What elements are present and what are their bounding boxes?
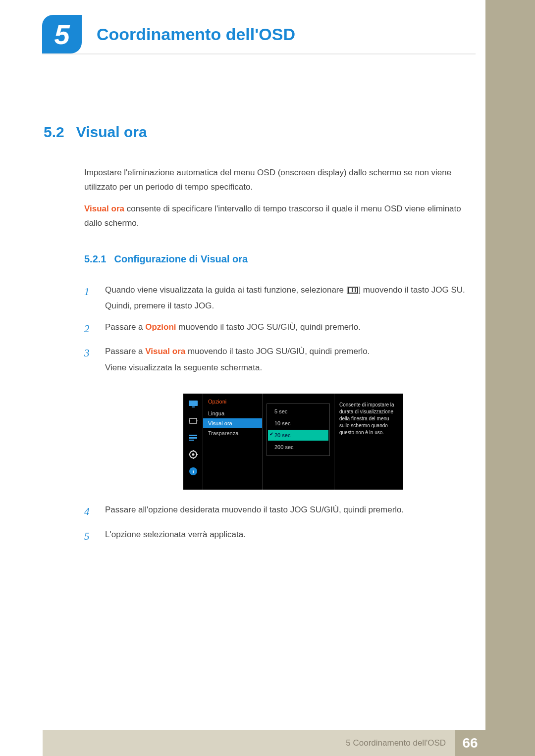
- intro-paragraph-1: Impostare l'eliminazione automatica del …: [84, 166, 471, 195]
- step-3-highlight: Visual ora: [145, 347, 185, 356]
- list-icon: [188, 433, 199, 442]
- step-3-c: Viene visualizzata la seguente schermata…: [105, 360, 471, 376]
- svg-text:i: i: [192, 468, 194, 474]
- step-number: 4: [84, 502, 94, 522]
- step-1-a: Quando viene visualizzata la guida ai ta…: [105, 285, 348, 295]
- step-3-b: muovendo il tasto JOG SU/GIÙ, quindi pre…: [185, 347, 370, 356]
- step-1-text: Quando viene visualizzata la guida ai ta…: [105, 282, 471, 314]
- chapter-number-tab: 5: [42, 15, 82, 53]
- osd-opt-5sec: 5 sec: [268, 406, 328, 417]
- chapter-underline: [42, 53, 476, 54]
- svg-point-7: [192, 454, 194, 456]
- step-number: 1: [84, 282, 94, 314]
- right-margin-decor: [485, 0, 535, 756]
- step-2-b: muovendo il tasto JOG SU/GIÙ, quindi pre…: [176, 322, 361, 332]
- menu-icon: [348, 287, 358, 294]
- svg-rect-1: [192, 406, 195, 407]
- osd-opt-10sec: 10 sec: [268, 418, 328, 429]
- step-3-text: Passare a Visual ora muovendo il tasto J…: [105, 344, 471, 376]
- section-title: Visual ora: [76, 124, 147, 141]
- monitor-icon: [188, 400, 199, 408]
- info-icon: i: [188, 467, 199, 476]
- svg-rect-0: [189, 401, 198, 406]
- step-4-text: Passare all'opzione desiderata muovendo …: [105, 502, 471, 522]
- section-number: 5.2: [44, 124, 64, 141]
- section-heading: 5.2 Visual ora: [44, 124, 147, 141]
- step-5-text: L'opzione selezionata verrà applicata.: [105, 527, 471, 547]
- step-4: 4 Passare all'opzione desiderata muovend…: [84, 502, 471, 522]
- svg-rect-3: [189, 435, 197, 436]
- step-number: 2: [84, 319, 94, 339]
- osd-opt-20sec-selected: 20 sec: [268, 430, 328, 441]
- osd-menu-heading: Opzioni: [203, 398, 262, 408]
- step-number: 3: [84, 344, 94, 376]
- osd-menu-lingua: Lingua: [203, 408, 262, 418]
- osd-main: Opzioni Lingua Visual ora Trasparenza 5 …: [203, 394, 403, 490]
- step-5: 5 L'opzione selezionata verrà applicata.: [84, 527, 471, 547]
- step-number: 5: [84, 527, 94, 547]
- footer-page-number: 66: [455, 730, 485, 756]
- subsection-title: Configurazione di Visual ora: [114, 253, 248, 265]
- subsection-number: 5.2.1: [84, 253, 106, 265]
- steps-list: 1 Quando viene visualizzata la guida ai …: [84, 282, 471, 381]
- steps-after-osd: 4 Passare all'opzione desiderata muovend…: [84, 502, 471, 552]
- footer-label: 5 Coordinamento dell'OSD: [346, 730, 455, 756]
- osd-options-box: 5 sec 10 sec 20 sec 200 sec: [267, 403, 330, 456]
- subsection-heading: 5.2.1 Configurazione di Visual ora: [84, 253, 248, 265]
- resize-icon: [188, 416, 199, 425]
- osd-menu-column: Opzioni Lingua Visual ora Trasparenza: [203, 394, 263, 490]
- svg-rect-4: [189, 437, 197, 439]
- osd-screenshot: i Opzioni Lingua Visual ora Trasparenza …: [183, 394, 403, 490]
- step-3: 3 Passare a Visual ora muovendo il tasto…: [84, 344, 471, 376]
- svg-rect-5: [189, 440, 194, 441]
- footer-bar: 5 Coordinamento dell'OSD 66: [43, 730, 485, 756]
- step-2-text: Passare a Opzioni muovendo il tasto JOG …: [105, 319, 471, 339]
- step-2-highlight: Opzioni: [145, 322, 176, 332]
- step-2: 2 Passare a Opzioni muovendo il tasto JO…: [84, 319, 471, 339]
- osd-opt-200sec: 200 sec: [268, 442, 328, 453]
- intro2-rest: consente di specificare l'intervallo di …: [84, 204, 461, 228]
- intro-paragraph-2: Visual ora consente di specificare l'int…: [84, 202, 471, 231]
- step-1: 1 Quando viene visualizzata la guida ai …: [84, 282, 471, 314]
- osd-options-column: 5 sec 10 sec 20 sec 200 sec: [263, 394, 334, 490]
- step-2-a: Passare a: [105, 322, 145, 332]
- osd-icon-column: i: [183, 394, 203, 490]
- gear-icon: [188, 450, 199, 459]
- intro2-highlight: Visual ora: [84, 204, 124, 213]
- chapter-title: Coordinamento dell'OSD: [97, 25, 295, 44]
- osd-description: Consente di impostare la durata di visua…: [334, 394, 403, 490]
- svg-rect-2: [190, 418, 197, 423]
- osd-menu-visual-ora: Visual ora: [203, 418, 262, 428]
- step-3-a: Passare a: [105, 347, 145, 356]
- osd-menu-trasparenza: Trasparenza: [203, 428, 262, 438]
- chapter-header: 5 Coordinamento dell'OSD: [42, 15, 476, 53]
